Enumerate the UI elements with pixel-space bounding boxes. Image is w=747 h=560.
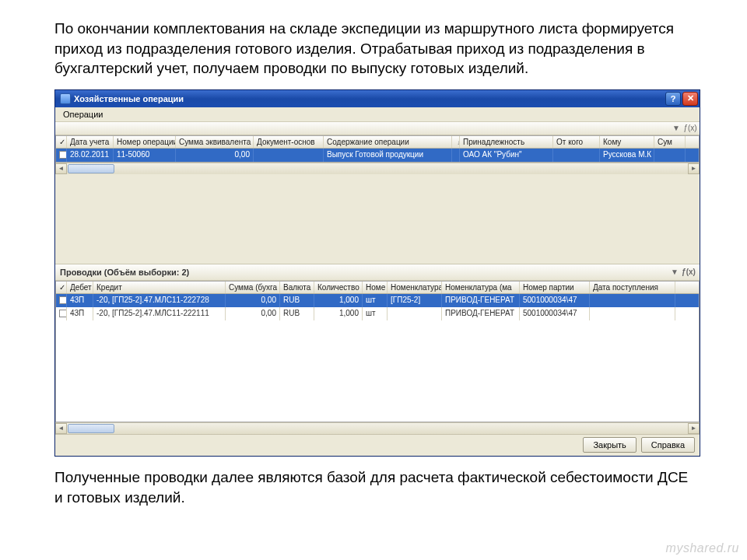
cell-sum: 0,00 — [226, 307, 280, 320]
col-debit[interactable]: Дебет — [67, 282, 93, 293]
cell-sumcol — [654, 149, 686, 162]
toolstrip-upper: ▼ ƒ(x) — [55, 122, 700, 135]
col-nomen[interactable]: Номенклатура — [388, 282, 442, 293]
col-doc[interactable]: Документ-основ — [254, 136, 324, 148]
formula-icon[interactable]: ƒ(x) — [684, 123, 696, 134]
cell-qty: 1,000 — [314, 294, 363, 307]
close-button[interactable]: Закрыть — [583, 437, 636, 453]
cell-nomen-m: ПРИВОД-ГЕНЕРАТ — [442, 307, 520, 320]
col-sum[interactable]: Сумма (бухга — [226, 282, 280, 293]
app-window: Хозяйственные операции ? ✕ Операции ▼ ƒ(… — [54, 89, 700, 457]
cell-qty: 1,000 — [314, 307, 363, 320]
window-title: Хозяйственные операции — [74, 94, 664, 103]
lower-scrollbar[interactable]: ◄ ► — [55, 422, 700, 434]
postings-grid-row[interactable]: 43П -20, [ГП25-2].47.МЛС11-222111 0,00 R… — [56, 307, 699, 320]
cell-content: Выпуск Готовой продукции — [324, 149, 452, 162]
col-check[interactable]: ✓ — [56, 136, 67, 148]
cell-batch: 5001000034\47 — [520, 307, 590, 320]
col-number[interactable]: Номер операции — [114, 136, 176, 148]
cell-debit: 43П — [67, 307, 93, 320]
upper-scrollbar[interactable]: ◄ ► — [55, 163, 700, 174]
scroll-thumb[interactable] — [68, 424, 114, 433]
col-currency[interactable]: Валюта — [280, 282, 314, 293]
cell-date-in — [590, 294, 675, 307]
scroll-left-icon[interactable]: ◄ — [55, 423, 67, 434]
cell-credit: -20, [ГП25-2].47.МЛС11-222728 — [93, 294, 226, 307]
postings-grid[interactable]: ✓ Дебет Кредит Сумма (бухга Валюта Колич… — [55, 281, 700, 422]
intro-text: По окончании комплектования на складе эк… — [0, 0, 747, 86]
cell-nomen: [ГП25-2] — [388, 294, 442, 307]
row-checkbox[interactable] — [59, 296, 67, 304]
cell-nomen-m: ПРИВОД-ГЕНЕРАТ — [442, 294, 520, 307]
cell-credit: -20, [ГП25-2].47.МЛС11-222111 — [93, 307, 226, 320]
postings-panel-header: Проводки (Объём выборки: 2) ▼ ƒ(x) — [55, 264, 700, 281]
col-check[interactable]: ✓ — [56, 282, 67, 293]
postings-grid-header: ✓ Дебет Кредит Сумма (бухга Валюта Колич… — [56, 282, 699, 294]
cell-from — [553, 149, 600, 162]
postings-panel-title: Проводки (Объём выборки: 2) — [60, 268, 189, 277]
operations-grid-header: ✓ Дата учета Номер операции Сумма эквива… — [56, 136, 699, 149]
cell-nomen — [388, 307, 442, 320]
formula-icon[interactable]: ƒ(x) — [682, 267, 695, 278]
cell-currency: RUB — [280, 294, 314, 307]
cell-owner: ОАО АК "Рубин" — [460, 149, 553, 162]
scroll-thumb[interactable] — [68, 164, 114, 173]
outro-text: Полученные проводки далее являются базой… — [0, 457, 747, 507]
cell-unit: шт — [363, 307, 388, 320]
help-button[interactable]: ? — [665, 92, 681, 106]
row-checkbox[interactable] — [59, 310, 67, 317]
col-date[interactable]: Дата учета — [67, 136, 114, 148]
cell-batch: 5001000034\47 — [520, 294, 590, 307]
scroll-left-icon[interactable]: ◄ — [55, 163, 67, 174]
watermark: myshared.ru — [666, 541, 739, 555]
col-unit[interactable]: Номе — [363, 282, 388, 293]
titlebar: Хозяйственные операции ? ✕ — [55, 90, 700, 107]
menubar: Операции — [55, 107, 700, 122]
cell-sum: 0,00 — [226, 294, 280, 307]
close-window-button[interactable]: ✕ — [682, 92, 698, 106]
col-date-in[interactable]: Дата поступления — [590, 282, 675, 293]
filter-icon[interactable]: ▼ — [670, 123, 682, 134]
cell-to: Русскова М.К — [600, 149, 654, 162]
col-owner[interactable]: Принадлежность — [460, 136, 553, 148]
help-button[interactable]: Справка — [641, 437, 695, 453]
col-sumcol[interactable]: Сум — [654, 136, 686, 148]
cell-doc — [254, 149, 324, 162]
scroll-right-icon[interactable]: ► — [688, 423, 700, 434]
button-bar: Закрыть Справка — [55, 434, 700, 456]
col-qty[interactable]: Количество — [314, 282, 363, 293]
row-checkbox[interactable] — [59, 151, 67, 159]
cell-date: 28.02.2011 — [67, 149, 114, 162]
cell-sum: 0,00 — [176, 149, 254, 162]
col-to[interactable]: Кому — [600, 136, 654, 148]
cell-unit: шт — [363, 294, 388, 307]
postings-grid-row[interactable]: 43П -20, [ГП25-2].47.МЛС11-222728 0,00 R… — [56, 294, 699, 307]
col-credit[interactable]: Кредит — [93, 282, 226, 293]
cell-debit: 43П — [67, 294, 93, 307]
app-icon — [60, 93, 71, 104]
cell-date-in — [590, 307, 675, 320]
col-from[interactable]: От кого — [553, 136, 600, 148]
col-content[interactable]: Содержание операции — [324, 136, 452, 148]
operations-grid[interactable]: ✓ Дата учета Номер операции Сумма эквива… — [55, 135, 700, 163]
cell-currency: RUB — [280, 307, 314, 320]
cell-number: 11-50060 — [114, 149, 176, 162]
col-sum[interactable]: Сумма эквивалента — [176, 136, 254, 148]
sort-indicator[interactable]: ↓ — [452, 136, 460, 148]
menu-operations[interactable]: Операции — [58, 108, 107, 121]
col-batch[interactable]: Номер партии — [520, 282, 590, 293]
filter-icon[interactable]: ▼ — [668, 267, 681, 278]
operations-grid-row[interactable]: 28.02.2011 11-50060 0,00 Выпуск Готовой … — [56, 149, 699, 162]
scroll-right-icon[interactable]: ► — [688, 163, 700, 174]
col-nomen-m[interactable]: Номенклатура (ма — [442, 282, 520, 293]
